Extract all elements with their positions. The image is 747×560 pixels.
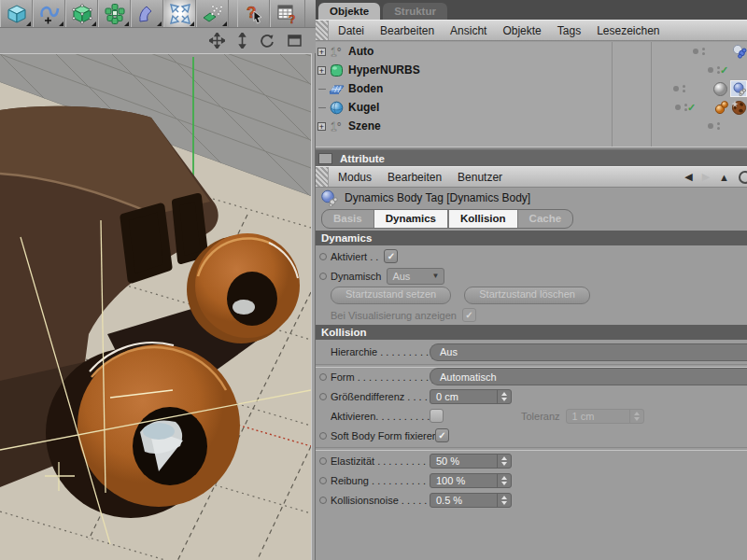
- reibung-stepper[interactable]: 100 %: [430, 473, 512, 488]
- panel-grip[interactable]: [316, 21, 329, 40]
- tree-item-hypernurbs[interactable]: + HyperNURBS ✓: [316, 61, 747, 79]
- layer-dots[interactable]: [687, 48, 726, 55]
- aktivieren-checkbox[interactable]: [430, 409, 444, 423]
- viewport-3d[interactable]: [0, 53, 311, 560]
- expand-tool-button[interactable]: [163, 0, 196, 27]
- section-header-dynamics[interactable]: Dynamics: [316, 231, 747, 245]
- toleranz-stepper[interactable]: 1 cm: [566, 409, 644, 424]
- row-kollisionsnoise: Kollisionsnoise . . . . . . . . 0.5 %: [316, 490, 747, 510]
- add-deformer-button[interactable]: [131, 0, 163, 27]
- keyframe-dot[interactable]: [319, 273, 327, 280]
- expand-toggle[interactable]: +: [317, 122, 326, 131]
- command-manager-button[interactable]: ?: [270, 0, 305, 27]
- add-deformer-icon: [136, 3, 159, 25]
- stepper-arrows-icon[interactable]: [497, 390, 511, 403]
- elastizitaet-stepper[interactable]: 50 %: [430, 454, 512, 469]
- stepper-arrows-icon[interactable]: [497, 494, 511, 507]
- add-array-button[interactable]: [98, 0, 131, 27]
- tree-item-auto[interactable]: + 1° Auto: [316, 42, 747, 61]
- tab-basis[interactable]: Basis: [322, 210, 374, 228]
- keyframe-dot[interactable]: [319, 477, 327, 484]
- tab-kollision[interactable]: Kollision: [448, 210, 518, 228]
- expand-toggle[interactable]: +: [317, 66, 326, 75]
- layer-dots[interactable]: [702, 122, 741, 130]
- panel-collapse-button[interactable]: [318, 153, 332, 164]
- tree-item-boden[interactable]: Boden: [316, 79, 747, 98]
- tab-dynamics[interactable]: Dynamics: [374, 210, 448, 228]
- menu-datei[interactable]: Datei: [338, 24, 364, 37]
- object-manager-menubar: Datei Bearbeiten Ansicht Objekte Tags Le…: [316, 20, 747, 41]
- camera-zoom-icon[interactable]: [236, 33, 248, 49]
- stepper-arrows-icon[interactable]: [497, 474, 511, 487]
- menu-bearbeiten[interactable]: Bearbeiten: [380, 24, 434, 37]
- groessendifferenz-stepper[interactable]: 0 cm: [430, 389, 512, 404]
- material-tag-wood[interactable]: [731, 100, 747, 116]
- tree-item-kugel[interactable]: Kugel ✓: [316, 98, 747, 117]
- add-nurbs-button[interactable]: [65, 0, 98, 27]
- null-object-icon: 1°: [328, 44, 345, 59]
- parent-up-icon[interactable]: ▲: [719, 172, 729, 183]
- material-tag-gray[interactable]: [712, 81, 728, 97]
- main-toolbar: ? ?: [0, 0, 316, 28]
- camera-rotate-icon[interactable]: [260, 33, 275, 49]
- material-tag-orange[interactable]: [714, 100, 729, 115]
- menu-lesezeichen[interactable]: Lesezeichen: [597, 24, 659, 37]
- section-header-kollision[interactable]: Kollision: [316, 325, 747, 340]
- visualisierung-checkbox[interactable]: ✓: [462, 308, 476, 322]
- add-spline-button[interactable]: [33, 0, 65, 27]
- viewport-maximize-icon[interactable]: [287, 34, 303, 48]
- object-label[interactable]: Szene: [348, 119, 702, 133]
- hierarchie-dropdown[interactable]: Aus: [430, 343, 747, 361]
- softbody-checkbox[interactable]: ✓: [435, 428, 449, 442]
- panel-grip[interactable]: [316, 167, 329, 187]
- startzustand-setzen-button[interactable]: Startzustand setzen: [331, 287, 451, 304]
- object-label[interactable]: Kugel: [348, 101, 669, 114]
- tree-item-szene[interactable]: + 1° Szene: [316, 117, 747, 135]
- menu-objekte[interactable]: Objekte: [502, 24, 541, 37]
- tab-struktur[interactable]: Struktur: [383, 3, 447, 20]
- dynamisch-dropdown[interactable]: Aus ▼: [387, 268, 444, 285]
- menu-modus[interactable]: Modus: [338, 171, 372, 184]
- keyframe-dot[interactable]: [319, 373, 327, 381]
- keyframe-dot[interactable]: [319, 432, 327, 440]
- stepper-arrows-icon[interactable]: [497, 455, 511, 468]
- layer-dots[interactable]: ✓: [702, 64, 741, 77]
- camera-move-icon[interactable]: [209, 33, 225, 49]
- keyframe-dot[interactable]: [319, 253, 327, 260]
- startzustand-loeschen-button[interactable]: Startzustand löschen: [464, 287, 590, 304]
- param-label: Aktivieren. . . . . . . . . . . .: [331, 411, 430, 422]
- param-label: Bei Visualisierung anzeigen: [331, 310, 457, 321]
- history-forward-icon[interactable]: ▶: [702, 171, 710, 183]
- layer-dots[interactable]: ✓: [669, 102, 709, 114]
- object-label[interactable]: HyperNURBS: [348, 63, 702, 77]
- lock-icon[interactable]: [739, 171, 747, 184]
- row-elastizitaet: Elastizität . . . . . . . . . . . . 50 %: [316, 451, 747, 470]
- expand-toggle[interactable]: +: [317, 48, 326, 56]
- object-label[interactable]: Boden: [348, 82, 668, 95]
- menu-ansicht[interactable]: Ansicht: [450, 24, 486, 37]
- kollisionsnoise-stepper[interactable]: 0.5 %: [430, 493, 512, 508]
- form-dropdown[interactable]: Automatisch: [430, 368, 747, 385]
- aktiviert-checkbox[interactable]: ✓: [384, 249, 398, 263]
- constraint-tag[interactable]: [732, 44, 747, 59]
- viewport-scene: [0, 54, 311, 560]
- tab-objekte[interactable]: Objekte: [318, 3, 380, 20]
- menu-tags[interactable]: Tags: [557, 24, 581, 37]
- dynamics-body-tag-selected[interactable]: [730, 80, 747, 97]
- add-primitive-cube-button[interactable]: [0, 0, 33, 27]
- keyframe-dot[interactable]: [319, 497, 327, 504]
- history-back-icon[interactable]: ◀: [684, 171, 692, 183]
- add-particles-button[interactable]: [196, 0, 229, 27]
- help-icon: ?: [243, 3, 265, 25]
- right-panel: Objekte Struktur Datei Bearbeiten Ansich…: [316, 0, 747, 560]
- keyframe-dot[interactable]: [319, 393, 327, 400]
- keyframe-dot[interactable]: [319, 457, 327, 465]
- tree-branch: [318, 89, 326, 90]
- tab-cache[interactable]: Cache: [518, 210, 573, 228]
- layer-dots[interactable]: [668, 85, 707, 92]
- object-label[interactable]: Auto: [348, 45, 687, 58]
- toolbar-separator: [229, 0, 237, 27]
- context-help-button[interactable]: ?: [237, 0, 270, 27]
- menu-bearbeiten-attr[interactable]: Bearbeiten: [388, 171, 442, 184]
- menu-benutzer[interactable]: Benutzer: [458, 171, 502, 184]
